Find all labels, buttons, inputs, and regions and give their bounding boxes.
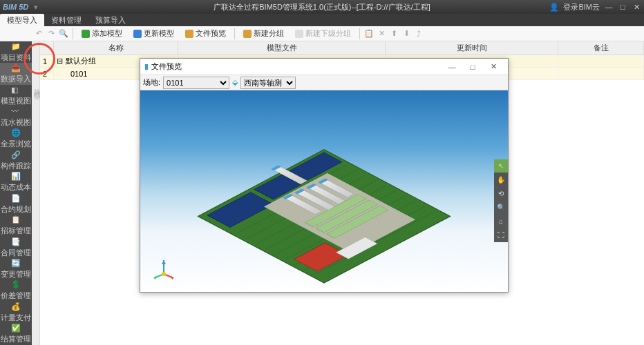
col-time[interactable]: 更新时间 [386, 41, 558, 55]
tool-icon-2[interactable]: ✕ [376, 28, 387, 40]
col-file[interactable]: 模型文件 [178, 41, 386, 55]
tool-icon-5[interactable]: ⤴ [413, 28, 424, 40]
new-group-button[interactable]: 新建分组 [238, 27, 289, 40]
preview-dialog: ▮ 文件预览 — □ ✕ 场地: 0101 ⬙ 西南等轴测 [140, 58, 509, 293]
contract-icon: 📑 [11, 237, 21, 247]
title-bar: BIM 5D ▾ 广联达全过程BIM5D管理系统1.0(正式版)--[工程-D:… [0, 0, 644, 14]
minimize-button[interactable]: — [604, 2, 614, 12]
redo-button[interactable]: ↷ [46, 28, 57, 40]
file-preview-button[interactable]: 文件预览 [180, 27, 231, 40]
dialog-titlebar[interactable]: ▮ 文件预览 — □ ✕ [140, 59, 508, 75]
sidebar-item-modelview[interactable]: ◧模型视图 [0, 85, 32, 106]
subfolder-icon [295, 30, 303, 38]
bid-icon: 📋 [11, 215, 21, 225]
tool-icon-1[interactable]: 📋 [363, 28, 375, 40]
sidebar-item-bid[interactable]: 📋招标管理 [0, 215, 32, 236]
sidebar-item-contract-plan[interactable]: 📄合约规划 [0, 193, 32, 215]
dialog-minimize[interactable]: — [442, 63, 462, 71]
tab-model-import[interactable]: 模型导入 [0, 14, 44, 26]
price-icon: 💲 [11, 280, 21, 290]
app-logo: BIM 5D [3, 3, 28, 11]
track-icon: 🔗 [11, 150, 21, 160]
sidebar-label: 变更管理 [1, 269, 31, 279]
settle-icon: ✅ [11, 324, 21, 333]
select-tool[interactable]: ↖ [494, 159, 508, 173]
undo-button[interactable]: ↶ [33, 28, 44, 40]
sidebar-item-cost[interactable]: 📊动态成本 [0, 172, 32, 193]
change-icon: 🔄 [11, 259, 21, 268]
maximize-button[interactable]: □ [618, 2, 627, 12]
table-header: 名称 模型文件 更新时间 备注 [40, 41, 644, 55]
expand-icon[interactable]: ⊟ [57, 57, 63, 66]
sidebar-label: 全景浏览 [1, 139, 31, 149]
sidebar-item-payment[interactable]: 💰计量支付 [0, 302, 32, 323]
sidebar-item-import[interactable]: 📥数据导入 [0, 63, 32, 84]
sidebar-label: 构件跟踪 [1, 161, 31, 171]
triangle-icon[interactable]: ▾ [34, 3, 38, 12]
chart-icon: 📊 [11, 172, 21, 181]
dialog-title: 文件预览 [151, 61, 442, 72]
update-model-label: 更新模型 [144, 28, 174, 39]
zoom-tool[interactable]: 🔍 [494, 201, 508, 215]
svg-point-6 [162, 272, 166, 276]
cell-text: 0101 [70, 70, 87, 78]
sidebar-label: 招标管理 [1, 226, 31, 236]
tab-material-mgmt[interactable]: 资料管理 [44, 14, 88, 26]
add-model-button[interactable]: 添加模型 [77, 27, 127, 40]
view-icon: ⬙ [232, 78, 238, 87]
col-note[interactable]: 备注 [558, 41, 644, 55]
home-tool[interactable]: ⌂ [494, 215, 508, 228]
tool-icon-3[interactable]: ⬆ [388, 28, 399, 40]
file-preview-label: 文件预览 [196, 28, 226, 39]
sidebar-item-contract[interactable]: 📑合同管理 [0, 237, 32, 258]
cube-icon: ◧ [11, 86, 21, 95]
preview-icon [185, 30, 193, 38]
dialog-maximize[interactable]: □ [462, 63, 483, 71]
login-link[interactable]: 登录BIM云 [563, 2, 600, 12]
user-icon[interactable]: 👤 [549, 3, 559, 12]
pan-tool[interactable]: ✋ [494, 173, 508, 187]
flow-icon: 〰 [11, 107, 21, 117]
update-model-button[interactable]: 更新模型 [129, 27, 179, 40]
axis-gizmo[interactable] [150, 255, 178, 282]
tool-icon-4[interactable]: ⬇ [401, 28, 412, 40]
doc-icon: 📄 [11, 194, 21, 204]
preview-viewport[interactable]: ↖ ✋ ⟲ 🔍 ⌂ ⛶ [140, 90, 508, 292]
import-icon: 📥 [11, 63, 21, 73]
sidebar-label: 合同管理 [1, 248, 31, 258]
sidebar-item-track[interactable]: 🔗构件跟踪 [0, 150, 32, 171]
sidebar-item-change[interactable]: 🔄变更管理 [0, 258, 32, 279]
search-button[interactable]: 🔍 [58, 28, 69, 40]
sidebar-label: 项目资料 [1, 52, 31, 63]
row-note [558, 68, 644, 79]
fullscreen-tool[interactable]: ⛶ [494, 228, 508, 242]
sidebar-label: 价差管理 [1, 290, 31, 301]
col-name[interactable]: 名称 [54, 41, 178, 55]
view-select[interactable]: 西南等轴测 [240, 77, 296, 89]
svg-marker-5 [162, 260, 166, 264]
new-group-label: 新建分组 [254, 28, 284, 39]
sidebar-label: 计量支付 [1, 313, 31, 323]
sidebar-label: 流水视图 [1, 117, 31, 128]
sidebar-item-project[interactable]: 📁项目资料 [0, 41, 32, 63]
dialog-close[interactable]: ✕ [483, 62, 504, 71]
orbit-tool[interactable]: ⟲ [494, 187, 508, 201]
menu-bar: 模型导入 资料管理 预算导入 [0, 14, 644, 26]
sidebar-item-flow[interactable]: 〰流水视图 [0, 106, 32, 128]
sidebar-item-settle[interactable]: ✅结算管理 [0, 323, 32, 344]
toolbar: ↶ ↷ 🔍 添加模型 更新模型 文件预览 新建分组 新建下级分组 📋 ✕ ⬆ ⬇… [0, 26, 644, 41]
sidebar-item-price[interactable]: 💲价差管理 [0, 280, 32, 302]
sidebar-label: 合约规划 [1, 204, 31, 215]
sidebar-label: 模型视图 [1, 96, 31, 106]
row-num: 2 [40, 68, 54, 79]
site-select[interactable]: 0101 [163, 77, 229, 89]
tab-budget-import[interactable]: 预算导入 [88, 14, 133, 26]
close-button[interactable]: ✕ [632, 2, 641, 12]
sidebar-item-panorama[interactable]: 🌐全景浏览 [0, 128, 32, 150]
window-title: 广联达全过程BIM5D管理系统1.0(正式版)--[工程-D://广联达/工程] [214, 2, 430, 12]
folder-icon: 📁 [11, 42, 21, 52]
new-subgroup-button[interactable]: 新建下级分组 [290, 27, 356, 40]
cell-text: 默认分组 [66, 56, 96, 66]
scene-3d[interactable]: ↖ ✋ ⟲ 🔍 ⌂ ⛶ [140, 90, 508, 292]
gutter[interactable]: 场地模型 [32, 41, 40, 345]
